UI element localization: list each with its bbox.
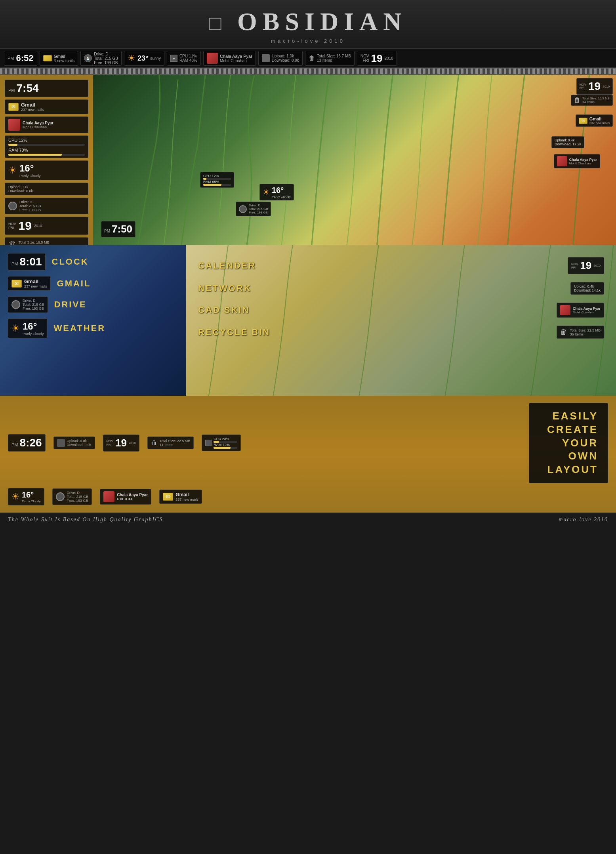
row2-clock-section: PM 8:01 CLOCK [8, 253, 178, 271]
music-thumb-overlay [557, 156, 567, 166]
widget-clock-row2: PM 8:01 [8, 253, 46, 271]
topbar-drive: 💾 Drive: D Total: 215 GB Free: 199 GB [80, 51, 122, 66]
widget-clock-row1: PM 7:54 [5, 80, 88, 97]
weather-sun-row2: ☀ [11, 323, 20, 334]
topbar-weather: ☀ 23° sunny [124, 51, 164, 66]
widget-gmail-row2[interactable]: Gmail 237 new mails [8, 276, 51, 291]
topbar-music: Chala Aaya Pyar Mohit Chauhan [203, 51, 256, 66]
topbar-clock: PM 6:52 [4, 51, 37, 66]
hdd-icon-row3 [56, 492, 65, 501]
row2-calender-section: CALENDER NOV FRI 19 2010 [198, 257, 604, 274]
weather-sun-icon: ☀ [8, 165, 17, 176]
network-icon [262, 54, 270, 62]
overlay-drive: Drive: D Total: 215 GB Free: 193 GB [236, 202, 271, 216]
sun-icon: ☀ [128, 53, 135, 63]
weather-sun-row3: ☀ [11, 492, 19, 502]
widget-music-row3: Chala Aaya Pyar ▶ ▮▮ ◀ ◀◀ [100, 489, 151, 505]
widget-trash-row2: 🗑 Total Size: 22.5 MB 36 Items [557, 326, 604, 339]
widget-weather-row2: ☀ 16° Partly Cloudy [8, 318, 48, 338]
gmail-icon-row2 [11, 280, 22, 288]
row1: PM 7:54 Gmail 237 new mails Chala Aaya P… [0, 75, 616, 245]
overlay-cpu: CPU 12% RAM 65% [200, 172, 234, 188]
row2-network-section: NETWORK Upload: 0.4k Download: 14.1k [198, 282, 604, 295]
row2-left: PM 8:01 CLOCK Gmail 237 new mails GMAIL … [0, 245, 186, 396]
row3-bottom: ☀ 16° Partly Cloudy Drive: D Total: 215 … [8, 488, 608, 505]
widget-date-row3: NOV FRI 19 2010 [103, 435, 139, 452]
title-bracket-icon: □ [209, 12, 226, 34]
header: □ OBSIDIAN macro-love 2010 [0, 0, 616, 49]
footer: The Whole Suit Is Based On High Quality … [0, 513, 616, 526]
widget-clock-row3: PM 8:26 [8, 434, 46, 452]
widget-date-row1: NOV FRI 19 2010 [5, 217, 88, 235]
header-title: □ OBSIDIAN [0, 7, 616, 36]
gmail-icon-overlay: ✉ [579, 118, 587, 124]
row2-cadskin-section: CAD SKIN Chala Aaya Pyar Mohit Chauhan [198, 303, 604, 318]
widget-trash-row3: 🗑 Total Size: 22.5 MB 11 Items [147, 437, 194, 449]
widget-gmail-row3[interactable]: Gmail 237 new mails [159, 490, 202, 504]
gmail-icon-row1 [8, 103, 19, 111]
widget-network-row3: Upload: 0.0k Download: 0.0k [53, 437, 95, 449]
drive-icon: 💾 [84, 54, 92, 62]
widget-drive-row3: Drive: D Total: 215 GB Free: 193 GB [52, 488, 92, 505]
overlay-weather: ☀ 16° Partly Cloudy [259, 184, 294, 200]
widget-weather-row1: ☀ 16° Partly Cloudy [5, 160, 88, 180]
header-subtitle: macro-love 2010 [0, 38, 616, 44]
row1-left-widgets: PM 7:54 Gmail 237 new mails Chala Aaya P… [0, 75, 93, 245]
row2-gmail-section: Gmail 237 new mails GMAIL [8, 276, 178, 291]
row3: PM 8:26 Upload: 0.0k Download: 0.0k NOV … [0, 396, 616, 513]
widget-drive-row2: Drive: D Total: 215 GB Free: 193 GB [8, 296, 48, 313]
zipper-divider [0, 68, 616, 75]
music-thumb-row3 [103, 491, 114, 502]
row2-recycle-section: RECYCLE BIN 🗑 Total Size: 22.5 MB 36 Ite… [198, 326, 604, 339]
hdd-icon-row1 [8, 202, 17, 210]
cpu-icon-row3 [205, 440, 212, 446]
overlay-trash: 🗑 Total Size: 16.5 MB 34 Items [571, 95, 613, 106]
overlay-network: Upload: 0.4k Download: 17.2k [551, 136, 584, 148]
trash-icon: 🗑 [309, 55, 315, 62]
row3-top: PM 8:26 Upload: 0.0k Download: 0.0k NOV … [8, 403, 608, 483]
hdd-icon-overlay [239, 205, 247, 213]
easy-layout-panel: EASILY CREATE YOUR OWN LAYOUT [529, 403, 608, 483]
overlay-date: NOV FRI 19 2010 [576, 78, 613, 95]
network-icon-row3 [57, 439, 65, 447]
topbar-gmail[interactable]: Gmail 3 new mails [40, 51, 78, 66]
widget-network-row2: Upload: 0.4k Download: 14.1k [570, 282, 604, 295]
widget-date-row2: NOV FRI 19 2010 [568, 257, 604, 274]
overlay-music: Chala Aaya Pyar Mohit Chauhan [554, 154, 600, 168]
hdd-icon-row2 [11, 300, 20, 309]
gmail-icon-row3 [163, 493, 173, 501]
widget-music-row2: Chala Aaya Pyar Mohit Chauhan [557, 303, 604, 318]
weather-sun-overlay: ☀ [263, 187, 270, 197]
row1-center: NOV FRI 19 2010 🗑 Total Size: 16.5 MB 34… [93, 75, 616, 245]
trash-icon-row3: 🗑 [151, 439, 157, 446]
gmail-icon [43, 55, 52, 61]
music-thumb-row2 [560, 305, 570, 315]
music-thumb-row1 [8, 119, 20, 131]
widget-cpu-row1: CPU 12% RAM 70% [5, 135, 88, 158]
music-thumb [207, 53, 218, 64]
widget-weather-row3: ☀ 16° Partly Cloudy [8, 488, 44, 505]
widget-drive-row1: Drive: D Total: 215 GB Free: 193 GB [5, 198, 88, 214]
overlay-gmail[interactable]: ✉ Gmail 237 new mails [576, 114, 613, 127]
topbar-recycle: 🗑 Total Size: 15.7 MB 13 Items [305, 51, 355, 66]
widget-network-row1: Upload: 0.1k Download: 0.0k [5, 183, 88, 195]
topbar: PM 6:52 Gmail 3 new mails 💾 Drive: D Tot… [0, 49, 616, 68]
cpu-icon: ■ [170, 55, 177, 62]
topbar-cpu: ■ CPU 11% RAM 48% [167, 51, 201, 66]
widget-gmail-row1[interactable]: Gmail 237 new mails [5, 99, 88, 114]
row2: PM 8:01 CLOCK Gmail 237 new mails GMAIL … [0, 245, 616, 396]
topbar-network: Upload: 1.0k Download: 0.9k [258, 51, 303, 66]
trash-icon-overlay: 🗑 [574, 97, 580, 104]
row2-drive-section: Drive: D Total: 215 GB Free: 193 GB DRIV… [8, 296, 178, 313]
topbar-date: NOV FRI 19 2010 [357, 51, 397, 66]
widget-music-row1: Chala Aaya Pyar Mohit Chauhan [5, 116, 88, 133]
row2-weather-section: ☀ 16° Partly Cloudy WEATHER [8, 318, 178, 338]
row2-right: CALENDER NOV FRI 19 2010 NETWORK Upload:… [186, 245, 616, 396]
overlay-clock: PM 7:50 [101, 221, 135, 237]
widget-cpu-row3: CPU 23% RAM 72% [202, 435, 241, 451]
trash-icon-row2: 🗑 [560, 328, 567, 336]
